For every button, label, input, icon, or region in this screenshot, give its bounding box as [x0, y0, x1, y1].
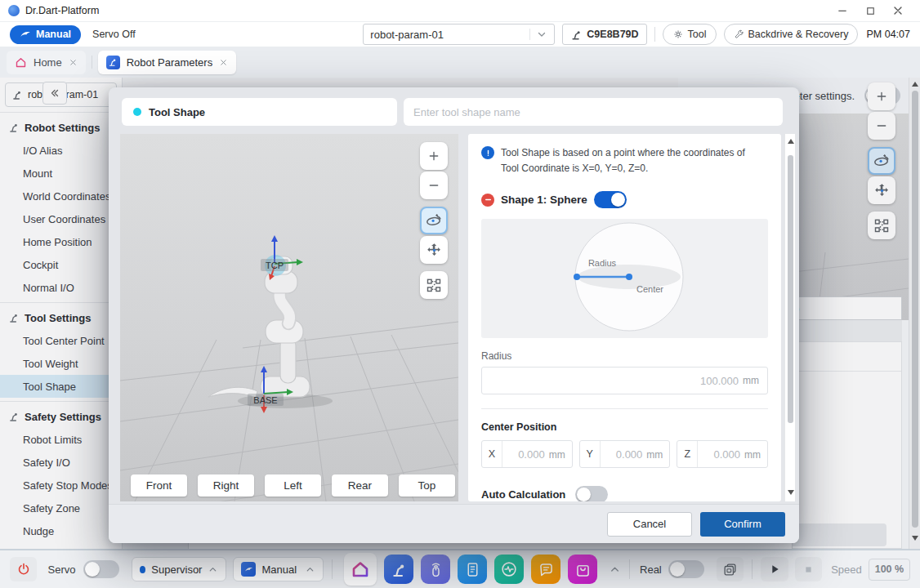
sidebar-item-robot-limits[interactable]: Robot Limits — [0, 428, 122, 451]
confirm-button[interactable]: Confirm — [700, 512, 785, 537]
view-left-button[interactable]: Left — [265, 474, 321, 497]
maximize-button[interactable] — [856, 1, 884, 20]
sidebar-item-mount[interactable]: Mount — [0, 162, 122, 185]
auto-calculation-toggle[interactable] — [575, 486, 608, 501]
role-select[interactable]: Supervisor — [132, 557, 226, 581]
servo-toggle[interactable] — [83, 560, 119, 578]
view-front-button[interactable]: Front — [131, 474, 187, 497]
operation-mode-select[interactable]: Manual — [233, 557, 324, 581]
sidebar-item-safety-zone[interactable]: Safety Zone — [0, 497, 122, 519]
sidebar-item-world-coordinates[interactable]: World Coordinates — [0, 185, 122, 207]
sidebar-group-robot-settings[interactable]: Robot Settings — [0, 116, 122, 139]
3d-view-button[interactable] — [717, 557, 744, 581]
manual-mode-button[interactable]: Manual — [10, 25, 81, 44]
shape-title: Shape 1: Sphere — [501, 194, 587, 206]
scrollbar-thumb[interactable] — [912, 91, 918, 528]
sidebar-divider — [0, 401, 122, 402]
real-mode-toggle[interactable] — [668, 560, 704, 578]
pan-button[interactable] — [420, 236, 448, 264]
view-right-button[interactable]: Right — [198, 474, 254, 497]
dock-store-app[interactable] — [568, 555, 597, 584]
auto-calculation-label: Auto Calculation — [481, 488, 565, 501]
tab-home[interactable]: Home — [7, 51, 86, 74]
view-rear-button[interactable]: Rear — [332, 474, 388, 497]
remove-shape-icon[interactable] — [481, 194, 494, 207]
scroll-up-arrow[interactable] — [912, 82, 918, 88]
robot-arm-icon — [8, 312, 20, 323]
minimize-button[interactable] — [828, 1, 856, 20]
center-y-input[interactable]: Y 0.000mm — [579, 440, 671, 468]
sidebar-item-cockpit[interactable]: Cockpit — [0, 253, 122, 276]
base-label: BASE — [253, 395, 277, 405]
radius-input[interactable]: 100.000 mm — [481, 367, 768, 394]
sidebar-item-normal-io[interactable]: Normal I/O — [0, 276, 122, 299]
scroll-up-arrow[interactable] — [788, 139, 794, 145]
stop-button[interactable] — [795, 557, 822, 581]
orbit-button[interactable] — [420, 207, 448, 234]
scrollbar-thumb[interactable] — [788, 155, 793, 423]
scroll-down-arrow[interactable] — [912, 536, 918, 542]
scroll-down-arrow[interactable] — [788, 490, 794, 497]
bg-zoom-in-button[interactable] — [868, 82, 895, 110]
robot-3d-viewport[interactable]: TCP BASE Front Right — [120, 134, 458, 501]
shape-enable-toggle[interactable] — [594, 191, 627, 208]
dock-message-app[interactable] — [531, 555, 560, 584]
dialog-title-box: Tool Shape — [122, 98, 397, 126]
close-icon[interactable] — [219, 58, 228, 67]
sidebar-group-tool-settings[interactable]: Tool Settings — [0, 306, 122, 329]
sidebar-item-safety-io[interactable]: Safety I/O — [0, 451, 122, 474]
robot-serial-button[interactable]: C9E8B79D — [562, 24, 646, 45]
close-button[interactable] — [884, 1, 912, 20]
param-file-select[interactable]: robot-param-01 — [363, 24, 555, 45]
sidebar-item-safety-stop-modes[interactable]: Safety Stop Modes — [0, 474, 122, 497]
dock-expand-chevron[interactable] — [609, 564, 621, 576]
sidebar-item-home-position[interactable]: Home Position — [0, 230, 122, 253]
center-z-input[interactable]: Z 0.000mm — [677, 440, 768, 468]
cancel-button[interactable]: Cancel — [607, 512, 692, 537]
backdrive-label: Backdrive & Recovery — [748, 29, 849, 40]
bg-orbit-button[interactable] — [868, 147, 895, 175]
sidebar-group-safety-settings[interactable]: Safety Settings — [0, 405, 122, 428]
dock-home-app[interactable] — [344, 553, 377, 586]
dock-monitor-app[interactable] — [494, 555, 524, 584]
window-title: Dr.Dart-Platform — [25, 5, 99, 16]
bg-pan-button[interactable] — [868, 176, 895, 204]
document-icon — [464, 561, 481, 578]
sidebar-item-io-alias[interactable]: I/O Alias — [0, 139, 122, 162]
app-logo-icon — [8, 5, 20, 16]
bg-measure-button[interactable] — [868, 212, 895, 239]
chevron-down-icon — [529, 29, 547, 40]
tool-shape-name-input[interactable] — [404, 98, 783, 126]
tool-button[interactable]: Tool — [663, 24, 717, 45]
backdrive-recovery-button[interactable]: Backdrive & Recovery — [724, 24, 859, 45]
power-button[interactable] — [10, 557, 37, 581]
sidebar-item-user-coordinates[interactable]: User Coordinates — [0, 207, 122, 230]
section-divider — [481, 408, 768, 409]
chevron-up-icon — [208, 564, 218, 575]
panel-scrollbar[interactable] — [784, 134, 795, 501]
statusbar-divider — [752, 559, 753, 579]
measure-button[interactable] — [420, 271, 448, 299]
app-scrollbar[interactable] — [909, 78, 920, 549]
close-icon[interactable] — [69, 58, 78, 67]
zoom-out-button[interactable] — [420, 172, 448, 199]
sidebar-item-tool-center-point[interactable]: Tool Center Point — [0, 329, 122, 352]
zoom-in-button[interactable] — [420, 142, 448, 170]
bg-zoom-out-button[interactable] — [868, 112, 895, 140]
center-x-input[interactable]: X 0.000mm — [481, 440, 573, 468]
sidebar-item-nudge[interactable]: Nudge — [0, 519, 122, 542]
dock-task-app[interactable] — [458, 555, 487, 584]
view-top-button[interactable]: Top — [399, 474, 455, 497]
robot-arm-icon — [11, 89, 23, 100]
dock-jog-app[interactable] — [421, 555, 450, 584]
sidebar-collapse-button[interactable] — [42, 82, 67, 105]
sidebar-item-tool-shape[interactable]: Tool Shape — [0, 375, 122, 398]
dock-robot-app[interactable] — [384, 555, 413, 584]
sidebar-item-tool-weight[interactable]: Tool Weight — [0, 352, 122, 375]
tab-robot-parameters[interactable]: Robot Parameters — [98, 51, 237, 74]
play-button[interactable] — [761, 557, 788, 581]
shape-settings-panel: Tool Shape is based on a point where the… — [468, 134, 781, 501]
info-icon — [481, 146, 494, 159]
sidebar-divider — [0, 302, 122, 303]
speed-value[interactable]: 100 % — [869, 559, 910, 581]
